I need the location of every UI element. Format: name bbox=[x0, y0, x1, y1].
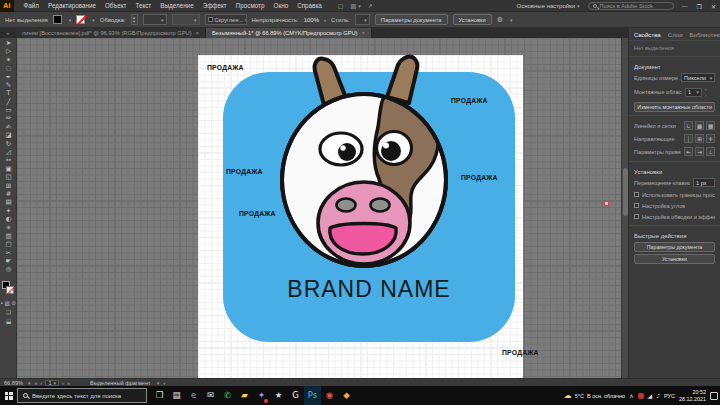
menu-item[interactable]: Текст bbox=[131, 0, 155, 12]
next-artboard-icon[interactable]: › bbox=[62, 380, 64, 386]
tool-graph[interactable]: ▥ bbox=[1, 232, 16, 240]
tray-app-icon[interactable] bbox=[638, 393, 644, 399]
tool-magic-wand[interactable]: ✶ bbox=[1, 56, 16, 64]
taskbar-search-input[interactable]: Введите здесь текст для поиска bbox=[17, 388, 147, 403]
keyboard-increment-field[interactable]: 1 px bbox=[693, 178, 715, 187]
taskbar-app-whatsapp[interactable]: ✆ bbox=[219, 386, 236, 405]
rulers-grids-icon[interactable]: ∟ bbox=[684, 121, 693, 130]
rulers-grids-icon[interactable]: ▦ bbox=[695, 121, 704, 130]
document-tab[interactable]: Безымянный-1* @ 66.89% (CMYK/Предпросмот… bbox=[206, 28, 372, 38]
panel-preferences-button[interactable]: Установки bbox=[634, 254, 715, 264]
snap-icon[interactable]: ⊥ bbox=[706, 147, 715, 156]
edit-artboards-button[interactable]: Изменить монтажные области bbox=[634, 102, 715, 112]
tool-eraser[interactable]: ◪ bbox=[1, 131, 16, 139]
menu-item[interactable]: Окно bbox=[270, 0, 293, 12]
adobe-stock-search-input[interactable]: Поиск в Adobe Stock bbox=[588, 2, 674, 10]
artboards-dropdown[interactable]: 1▾ bbox=[685, 88, 702, 97]
taskbar-app-store[interactable]: ▤ bbox=[168, 386, 185, 405]
tray-expand-icon[interactable]: ∧ bbox=[629, 392, 633, 399]
artboard-nav-icons[interactable]: ‹ › bbox=[705, 86, 715, 98]
tab-close-icon[interactable]: × bbox=[361, 30, 365, 36]
artboard-number-field[interactable]: 1▾ bbox=[45, 380, 59, 386]
network-icon[interactable]: ◢ bbox=[648, 392, 653, 399]
share-icon[interactable]: ↗ bbox=[368, 2, 373, 9]
clock[interactable]: 20:52 28.12.2021 bbox=[679, 389, 706, 403]
tool-symbol-sprayer[interactable]: ✳ bbox=[1, 224, 16, 232]
opacity-value[interactable]: 100% bbox=[304, 17, 319, 23]
taskbar-app-g-app[interactable]: G bbox=[287, 386, 304, 405]
sale-label-6[interactable]: ПРОДАЖА bbox=[502, 349, 539, 356]
tool-slice[interactable]: ✂ bbox=[1, 249, 16, 257]
tab-overflow-icon[interactable]: « bbox=[0, 28, 16, 38]
taskbar-app-explorer[interactable]: ▰ bbox=[236, 386, 253, 405]
previous-artboard-icon[interactable]: ‹ bbox=[41, 380, 43, 386]
fill-stroke-indicator[interactable] bbox=[2, 281, 15, 295]
document-icon[interactable]: ▢ bbox=[338, 2, 344, 9]
fill-color-swatch[interactable] bbox=[53, 15, 62, 24]
screen-mode-icon[interactable]: ⬓ bbox=[6, 318, 11, 324]
tool-eyedropper[interactable]: ✦ bbox=[1, 207, 16, 215]
width-profile-dropdown[interactable]: ▾ bbox=[172, 14, 200, 25]
vertical-scrollbar[interactable] bbox=[621, 38, 628, 378]
menu-item[interactable]: Просмотр bbox=[232, 0, 269, 12]
gear-icon[interactable]: ⚙ bbox=[497, 16, 503, 24]
tool-selection[interactable]: ➤ bbox=[1, 39, 16, 47]
tool-blend[interactable]: ◐ bbox=[1, 215, 16, 223]
tool-lasso[interactable]: ◌ bbox=[1, 64, 16, 72]
workspace-switcher[interactable]: Основные настройки▾ bbox=[517, 3, 580, 9]
menu-item[interactable]: Эффект bbox=[199, 0, 231, 12]
taskbar-app-discord[interactable]: ✦ bbox=[253, 386, 270, 405]
minimize-button[interactable]: — bbox=[682, 3, 688, 10]
brand-name-text[interactable]: BRAND NAME bbox=[223, 276, 515, 303]
tool-shape-builder[interactable]: ◱ bbox=[1, 173, 16, 181]
stroke-weight-stepper[interactable]: ▲▼ bbox=[131, 14, 138, 25]
tool-perspective-grid[interactable]: ⊞ bbox=[1, 182, 16, 190]
panel-document-setup-button[interactable]: Параметры документа bbox=[634, 242, 715, 252]
stray-object[interactable] bbox=[604, 201, 609, 206]
sale-label-2[interactable]: ПРОДАЖА bbox=[451, 97, 488, 104]
sale-label-5[interactable]: ПРОДАЖА bbox=[239, 210, 276, 217]
stroke-color-swatch[interactable] bbox=[76, 15, 85, 24]
sale-label-3[interactable]: ПРОДАЖА bbox=[226, 168, 263, 175]
status-more-icon[interactable]: › bbox=[163, 380, 165, 386]
guides-icon[interactable]: ✛ bbox=[706, 134, 715, 143]
document-setup-button[interactable]: Параметры документа bbox=[375, 14, 448, 25]
snap-icon[interactable]: ⇥ bbox=[695, 147, 704, 156]
use-preview-bounds-checkbox[interactable] bbox=[634, 192, 639, 197]
weather-widget[interactable]: ☁ 5°C В осн. облачно bbox=[564, 391, 625, 400]
tool-gradient[interactable]: ▤ bbox=[1, 198, 16, 206]
scale-strokes-effects-checkbox[interactable] bbox=[634, 214, 639, 219]
guides-icon[interactable]: ┆ bbox=[684, 134, 693, 143]
guides-icon[interactable]: ⊞ bbox=[695, 134, 704, 143]
restore-button[interactable]: ❐ bbox=[697, 3, 702, 10]
status-tool-display[interactable]: Выделенный фрагмент bbox=[90, 380, 151, 386]
close-button[interactable]: ✕ bbox=[711, 3, 716, 10]
language-indicator[interactable]: РУС bbox=[664, 393, 675, 399]
first-artboard-icon[interactable]: « bbox=[35, 380, 38, 386]
tool-scale[interactable]: ◿ bbox=[1, 148, 16, 156]
taskbar-app-chrome[interactable]: ◉ bbox=[321, 386, 338, 405]
taskbar-app-orange-app[interactable]: ◆ bbox=[338, 386, 355, 405]
panel-tab-properties[interactable]: Свойства bbox=[634, 31, 661, 38]
tab-close-icon[interactable]: × bbox=[196, 30, 200, 36]
cow-illustration[interactable] bbox=[280, 53, 455, 268]
tool-mesh[interactable]: # bbox=[1, 190, 16, 198]
sale-label-4[interactable]: ПРОДАЖА bbox=[461, 174, 498, 181]
tool-shaper[interactable]: ✍ bbox=[1, 123, 16, 131]
tool-hand[interactable]: ☛ bbox=[1, 257, 16, 265]
rulers-grids-icon[interactable]: ▩ bbox=[706, 121, 715, 130]
document-tab[interactable]: линии [Восстановлен].pdf* @ 96.93% (RGB/… bbox=[16, 28, 206, 38]
taskbar-app-photoshop[interactable]: Ps bbox=[304, 386, 321, 405]
tool-zoom[interactable]: ◎ bbox=[1, 266, 16, 274]
preferences-button[interactable]: Установки bbox=[453, 14, 492, 25]
scale-corners-checkbox[interactable] bbox=[634, 203, 639, 208]
tool-paintbrush[interactable]: ✏ bbox=[1, 115, 16, 123]
taskbar-app-mail[interactable]: ✉ bbox=[202, 386, 219, 405]
style-dropdown[interactable]: ▾ bbox=[355, 14, 370, 25]
snap-icon[interactable]: ⇤ bbox=[684, 147, 693, 156]
taskbar-app-task-view[interactable]: ❐ bbox=[151, 386, 168, 405]
color-mode-icons[interactable]: ▪ ▨ ⊘ bbox=[1, 300, 16, 306]
menu-item[interactable]: Объект bbox=[101, 0, 130, 12]
units-dropdown[interactable]: Пиксели▾ bbox=[681, 73, 715, 82]
panel-tab-libraries[interactable]: Библиотеки bbox=[690, 31, 720, 38]
